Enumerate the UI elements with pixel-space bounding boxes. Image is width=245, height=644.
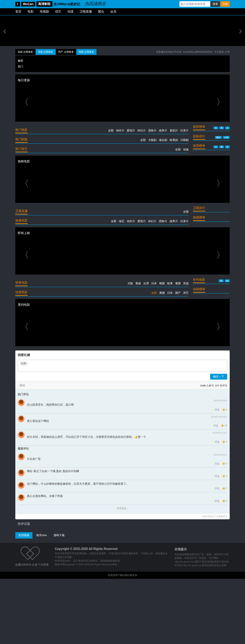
logo-tag: 比1080p.la更好记 [54,2,80,6]
comment-tab[interactable]: 评论 [18,383,27,388]
hot-movie-row: 热门电影 全部 动作片 爱情片 科幻片 恐怖片 战争片 喜剧片 纪录片 [15,128,189,134]
carousel-next-icon[interactable]: 〉 [216,178,225,189]
daily-section: 每日更新 〈 〉 [15,74,230,122]
comment-item: 2019年9月6日怎么联系官长，我想帮你们试，真心帮回复👍 6 [18,397,227,414]
comment-item: 2019年10月10日真心喜欢这个网站回复👍 16 [18,414,227,430]
link-tab-download[interactable]: 源码下载 [51,532,68,539]
comment-count: 1140 人参与, 177 条评论 [200,384,227,387]
comment-section: 我要吐槽 吐槽 畅言一下 评论 1140 人参与, 177 条评论 热门评论 2… [15,350,230,519]
nav-bar: 首页 电影 电视剧 综艺 动漫 卫视直播 聚合 会员 [0,8,245,15]
comment-item: 真心太喜欢网站。太棒了界面回复👍 0 [18,492,227,505]
avatar [18,469,24,476]
bottom-bar: 在线高清下载以我们的支持 [0,572,245,579]
logo-sub: 高清影院 [36,1,52,7]
search-button[interactable]: 搜索 [211,1,220,7]
hero-next-icon[interactable]: › [239,25,242,36]
daily-title: 每日更新 [18,77,227,84]
carousel-next-icon[interactable]: 〉 [216,97,225,108]
comment-item: 2019年8月10日好久木到，界面做的这么漂亮，可以自己开个淘宝小店，大家爱买东… [18,430,227,446]
comment-powered: 1080P高清无广告畅享提供 [15,514,230,519]
search-wrap: 搜索 导航 [179,1,230,7]
avatar [18,453,24,460]
hot-tv-row: 热门剧集 全部 大陆剧 港台剧 欧美剧 日韩剧 [15,137,189,144]
like-button[interactable]: 👍 6 [222,408,227,411]
top-bar: I WoCan 高清影院 比1080p.la更好记 为高清而生 搜索 导航 [0,0,245,8]
nav-button[interactable]: 导航 [221,1,230,7]
comment-bubble: 吐槽 [19,361,28,366]
avatar [18,431,24,438]
load-more[interactable]: 查看更多 > [18,505,227,512]
nav-variety[interactable]: 综艺 [55,9,61,14]
comment-item: 网站 看过了白肉一下哦 真的 真的闪不到啊回复👍 0 [18,468,227,480]
nav-agg[interactable]: 聚合 [98,9,104,14]
hot-variety-row: 热门综艺 全部 动漫 [15,147,189,153]
carousel-prev-icon[interactable]: 〈 [20,178,29,189]
tab-cn[interactable]: 国产·点我更多 [56,49,76,55]
bookmark-text: 收藏1080P.la 以备下次再看 [15,563,49,567]
hot-topic-title: 热评话题 [15,519,230,528]
logo-script: 为高清而生 [85,1,106,7]
carousel-prev-icon[interactable]: 〈 [20,321,29,333]
avatar [18,415,24,422]
nav-tv[interactable]: 电视剧 [40,9,49,14]
comment-send-button[interactable]: 畅言一下 [210,374,227,380]
avatar [18,399,24,406]
links-section: 友情链接 海洋cms 源码下载 [15,532,230,539]
tab-kr[interactable]: 韩剧·点我更多 [76,49,96,55]
cat-new[interactable]: 最新 [18,58,227,64]
hero-prev-icon[interactable]: ‹ [3,25,6,36]
nav-movie[interactable]: 电影 [28,9,34,14]
carousel-prev-icon[interactable]: 〈 [20,97,29,108]
copyright-title: Copyright © 2015-2020 All Rights Reserve… [55,547,168,551]
link-tab-friends[interactable]: 友情链接 [15,532,32,539]
carousel-next-icon[interactable]: 〉 [216,321,225,333]
avatar [18,482,24,489]
footer: 收藏1080P.la 以备下次再看 Copyright © 2015-2020 … [0,543,245,572]
comment-input[interactable]: 吐槽 [18,360,227,372]
nav-vip[interactable]: 会员 [110,9,116,14]
hot-play-section: 热映电影 〈〉 [15,156,230,203]
reply-button[interactable]: 回复 [215,408,220,411]
carousel-next-icon[interactable]: 〉 [216,249,225,261]
daily-carousel: 〈 〉 [18,85,227,119]
comment-item: 这个网站，什么好都有的都是最新的，比其天天更新，真不用担心闪不到最新看了。回复👍… [18,480,227,493]
link-tab-cms[interactable]: 海洋cms [33,532,50,539]
drama-tabs: 美剧·点我更多 港剧·点我更多 国产·点我更多 韩剧·点我更多 美剧播出时间表/… [15,49,230,55]
heart-icon[interactable] [24,547,40,561]
coming-section: 即将上映 〈〉 [15,227,230,275]
series-section: 系列电影 〈〉 [15,299,230,346]
logo-brand: WoCan [21,2,35,6]
hot-movie-title: 热门电影 [15,128,28,133]
tabs-meta: 美剧播出时间表/节目单 2016全球上映时间表时间表 今日更新: 0 部 [156,50,230,54]
comment-item: 2019年8月2日片头有广告回复👍 0 [18,452,227,468]
tab-us[interactable]: 美剧·点我更多 [15,49,36,55]
avatar [18,494,24,501]
category-box: 最新 热门 [15,55,230,72]
hero-carousel: ‹ › [0,15,245,46]
new-comments-head: 最新评论 [18,446,227,452]
logo-i: I [15,2,20,6]
hot-comments-head: 热门评论 [18,392,227,397]
nav-home[interactable]: 首页 [15,9,21,14]
search-input[interactable] [179,1,210,7]
nav-anime[interactable]: 动漫 [67,9,74,14]
nav-live[interactable]: 卫视直播 [80,9,92,14]
tab-hk[interactable]: 港剧·点我更多 [36,49,56,55]
comment-title: 我要吐槽 [15,350,230,360]
f-all[interactable]: 全部 [108,129,114,133]
carousel-prev-icon[interactable]: 〈 [20,249,29,261]
tips-title: 友情提示 [175,547,230,551]
cat-hot[interactable]: 热门 [18,64,227,70]
